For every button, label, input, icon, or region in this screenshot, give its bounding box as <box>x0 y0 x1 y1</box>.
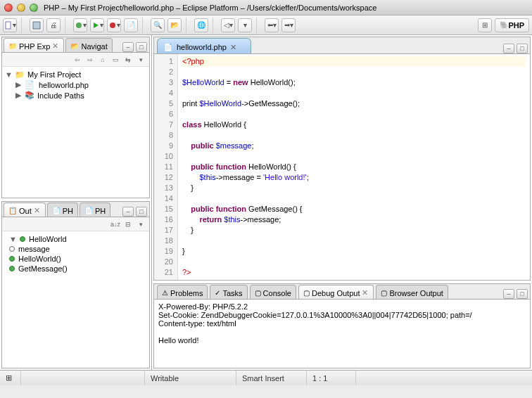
project-name[interactable]: My First Project <box>27 70 81 79</box>
show-views-icon[interactable]: ⊞ <box>6 373 12 383</box>
save-button[interactable] <box>30 18 44 32</box>
php-file-icon: 📄 <box>163 43 173 52</box>
close-icon[interactable]: ✕ <box>34 206 41 215</box>
close-window-icon[interactable] <box>4 4 13 12</box>
project-tree[interactable]: ▼📁My First Project ▶📄helloworld.php ▶📚In… <box>2 67 149 198</box>
svg-point-3 <box>110 23 115 28</box>
code-editor[interactable]: 123456789101112131415161718192021 <?php … <box>154 54 530 280</box>
line-gutter: 123456789101112131415161718192021 <box>154 54 178 280</box>
minimize-panel-icon[interactable]: – <box>503 289 514 299</box>
status-bar: ⊞ Writable Smart Insert 1 : 1 <box>0 370 532 385</box>
traffic-lights <box>4 4 38 12</box>
search-button[interactable]: 🔍 <box>151 18 165 32</box>
svg-point-2 <box>76 23 82 28</box>
view-menu-icon[interactable]: ▾ <box>135 219 146 229</box>
tab-outline[interactable]: 📋 Out ✕ <box>4 203 46 217</box>
tab-ph1[interactable]: 📄 PH <box>47 203 78 217</box>
method-icon <box>9 266 15 271</box>
minimize-window-icon[interactable] <box>17 4 25 12</box>
tab-problems[interactable]: ⚠ Problems <box>157 285 208 299</box>
tab-console[interactable]: ▢ Console <box>250 285 296 299</box>
close-icon[interactable]: ✕ <box>52 41 59 51</box>
toggle-icon[interactable]: ⊟ <box>122 219 134 229</box>
back-icon[interactable]: ⇦ <box>72 55 83 65</box>
workbench: 📁 PHP Exp ✕ 📂 Navigat –□ ⇦ ⇨ ⌂ ▭ ⇆ ▾ ▼📁M… <box>0 35 532 370</box>
maximize-editor-icon[interactable]: □ <box>517 44 528 53</box>
main-toolbar: ▾ 🖨 ▾ ▾ ▾ 📄 🔍 📂 🌐 ◁▾ ▾ ⬅▾ ➡▾ ⊞ 🐘 PHP <box>0 15 532 35</box>
tab-tasks[interactable]: ✓ Tasks <box>210 285 247 299</box>
status-position: 1 : 1 <box>312 374 327 383</box>
minimize-editor-icon[interactable]: – <box>503 44 514 53</box>
code-content[interactable]: <?php $HelloWorld = new HelloWorld(); pr… <box>178 54 530 280</box>
view-menu-icon[interactable]: ▾ <box>135 55 146 65</box>
run-ext-button[interactable]: ▾ <box>107 18 121 32</box>
next-annot-button[interactable]: ➡▾ <box>281 18 296 32</box>
window-titlebar: PHP – My First Project/helloworld.php – … <box>0 0 532 15</box>
maximize-panel-icon[interactable]: □ <box>517 289 528 299</box>
status-insert: Smart Insert <box>242 374 284 383</box>
nav-fwd-button[interactable]: ▾ <box>238 18 252 32</box>
output-line: Hello world! <box>158 336 526 345</box>
editor-tab-helloworld[interactable]: 📄 helloworld.php ✕ <box>157 38 251 53</box>
outline-field[interactable]: message <box>18 245 50 253</box>
file-helloworld[interactable]: helloworld.php <box>37 81 90 89</box>
outline-method2[interactable]: GetMessage() <box>18 264 68 273</box>
print-button[interactable]: 🖨 <box>46 18 61 32</box>
debug-button[interactable]: ▾ <box>73 18 87 32</box>
tab-php-explorer[interactable]: 📁 PHP Exp ✕ <box>4 38 64 52</box>
svg-rect-1 <box>33 22 40 29</box>
output-line: Set-Cookie: ZendDebuggerCookie=127.0.0.1… <box>158 311 526 319</box>
minimize-view-icon[interactable]: – <box>122 42 134 52</box>
class-icon <box>20 236 25 242</box>
output-line: X-Powered-By: PHP/5.2.2 <box>158 302 526 311</box>
outline-view: 📋 Out ✕ 📄 PH 📄 PH –□ a↓z ⊟ ▾ ▼HelloWorld… <box>1 201 150 368</box>
window-title: PHP – My First Project/helloworld.php – … <box>44 4 376 12</box>
close-icon[interactable]: ✕ <box>362 288 369 297</box>
collapse-all-icon[interactable]: ▭ <box>110 55 121 65</box>
method-icon <box>9 256 15 262</box>
editor-area: 📄 helloworld.php ✕ –□ 123456789101112131… <box>153 37 531 281</box>
open-type-button[interactable]: 📂 <box>167 18 182 32</box>
tab-browser-output[interactable]: ▢ Browser Output <box>376 285 448 299</box>
php-explorer-view: 📁 PHP Exp ✕ 📂 Navigat –□ ⇦ ⇨ ⌂ ▭ ⇆ ▾ ▼📁M… <box>1 37 150 198</box>
outline-tree[interactable]: ▼HelloWorld message HelloWorld() GetMess… <box>2 231 149 368</box>
maximize-view-icon[interactable]: □ <box>136 42 147 52</box>
field-icon <box>9 246 15 252</box>
open-perspective-button[interactable]: ⊞ <box>478 18 492 32</box>
home-icon[interactable]: ⌂ <box>97 55 108 65</box>
debug-output-content[interactable]: X-Powered-By: PHP/5.2.2 Set-Cookie: Zend… <box>154 300 530 368</box>
link-editor-icon[interactable]: ⇆ <box>122 55 134 65</box>
fwd-icon[interactable]: ⇨ <box>84 55 96 65</box>
minimize-view-icon[interactable]: – <box>122 207 134 217</box>
web-browser-button[interactable]: 🌐 <box>194 18 208 32</box>
editor-tab-label: helloworld.php <box>177 43 227 51</box>
perspective-php[interactable]: 🐘 PHP <box>495 18 529 32</box>
outline-method1[interactable]: HelloWorld() <box>18 255 61 263</box>
tab-navigator[interactable]: 📂 Navigat <box>65 38 112 52</box>
output-line: Content-type: text/html <box>158 319 526 328</box>
close-editor-icon[interactable]: ✕ <box>230 43 236 52</box>
tab-debug-output[interactable]: ▢ Debug Output ✕ <box>298 285 374 299</box>
maximize-view-icon[interactable]: □ <box>136 207 147 217</box>
last-edit-button[interactable]: ⬅▾ <box>265 18 279 32</box>
bottom-panel: ⚠ Problems ✓ Tasks ▢ Console ▢ Debug Out… <box>153 283 531 368</box>
status-writable: Writable <box>151 374 179 383</box>
nav-back-button[interactable]: ◁▾ <box>221 18 235 32</box>
sort-icon[interactable]: a↓z <box>110 219 121 229</box>
svg-rect-0 <box>6 22 11 29</box>
include-paths[interactable]: Include Paths <box>37 91 84 100</box>
new-php-file-button[interactable]: 📄 <box>124 18 138 32</box>
new-button[interactable]: ▾ <box>3 18 17 32</box>
run-button[interactable]: ▾ <box>90 18 104 32</box>
zoom-window-icon[interactable] <box>30 4 38 12</box>
tab-ph2[interactable]: 📄 PH <box>80 203 110 217</box>
outline-class[interactable]: HelloWorld <box>29 235 67 243</box>
